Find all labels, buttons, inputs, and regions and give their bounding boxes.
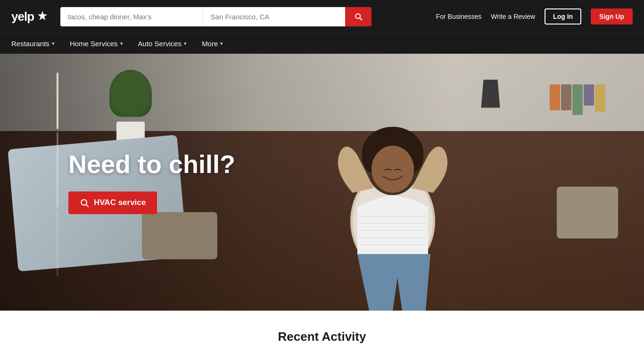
hero-person-image [275,75,511,311]
book-3 [572,84,583,115]
book-2 [561,84,571,110]
hero-plant [109,74,152,145]
nav-auto-services-label: Auto Services [138,40,182,48]
hero-section: Need to chill? HVAC service [0,54,644,311]
search-near-input[interactable] [203,7,346,26]
nav-more-label: More [202,40,218,48]
hero-heading: Need to chill? [68,150,235,178]
nav-item-home-services[interactable]: Home Services ▾ [62,33,131,54]
nav-auto-services-chevron-icon: ▾ [184,41,187,47]
hero-line-decoration [57,54,58,311]
nav-restaurants-label: Restaurants [11,40,50,48]
nav-item-more[interactable]: More ▾ [194,33,231,54]
nav-home-services-chevron-icon: ▾ [120,41,123,47]
nav-restaurants-chevron-icon: ▾ [52,41,55,47]
nav-item-restaurants[interactable]: Restaurants ▾ [11,33,62,54]
hero-cta-button[interactable]: HVAC service [68,191,157,214]
line-segment-2 [57,132,58,207]
svg-marker-0 [38,11,47,20]
search-cta-icon [80,198,89,207]
yelp-logo[interactable]: yelp [11,9,49,24]
login-button[interactable]: Log In [545,8,581,25]
book-4 [584,84,594,106]
header: yelp For Businesses Write a Review Log I… [0,0,644,33]
write-review-link[interactable]: Write a Review [491,13,535,20]
search-button[interactable] [345,7,372,26]
logo-text: yelp [11,9,34,24]
nav-more-chevron-icon: ▾ [220,41,223,47]
book-5 [595,84,605,112]
svg-line-9 [86,205,89,207]
nav-item-auto-services[interactable]: Auto Services ▾ [131,33,195,54]
hero-books [550,84,605,115]
book-1 [550,84,560,110]
signup-button[interactable]: Sign Up [591,8,633,25]
main-nav: Restaurants ▾ Home Services ▾ Auto Servi… [0,33,644,54]
recent-activity-title: Recent Activity [11,329,633,344]
search-find-input[interactable] [60,7,203,26]
search-icon [354,12,363,21]
hero-content: Need to chill? HVAC service [68,150,235,214]
svg-point-7 [372,146,414,193]
for-businesses-link[interactable]: For Businesses [436,13,481,20]
logo-burst-icon [36,10,49,23]
hero-cta-label: HVAC service [94,198,146,207]
line-segment-3 [57,210,58,276]
hero-pillow-right [557,187,618,239]
nav-home-services-label: Home Services [70,40,118,48]
search-bar [60,7,372,26]
header-links: For Businesses Write a Review Log In Sig… [436,8,633,25]
plant-leaves [109,70,152,117]
recent-activity-section: Recent Activity [0,311,644,354]
line-segment-1 [57,73,58,129]
hero-pillow-left [142,212,217,259]
